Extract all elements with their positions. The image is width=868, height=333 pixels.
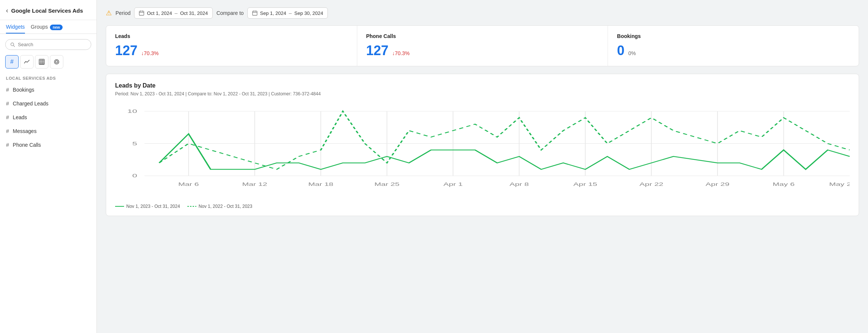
warning-icon: ⚠ (106, 9, 112, 17)
svg-text:0: 0 (132, 173, 137, 178)
metric-value-leads: 127 (115, 43, 137, 58)
metric-card-bookings: Bookings 0 0% (608, 26, 859, 66)
metric-value-row-phone-calls: 127 ↓70.3% (366, 43, 599, 58)
nav-item-charged-leads[interactable]: # Charged Leads (0, 96, 96, 110)
svg-text:10: 10 (127, 108, 137, 114)
metric-change-leads: ↓70.3% (141, 50, 159, 56)
main-content: ⚠ Period Oct 1, 2024 – Oct 31, 2024 Comp… (97, 0, 868, 333)
nav-item-leads[interactable]: # Leads (0, 110, 96, 124)
svg-text:Apr 22: Apr 22 (640, 182, 663, 187)
compare-label: Compare to (216, 10, 244, 16)
period-end: Oct 31, 2024 (180, 10, 208, 16)
line-view-button[interactable] (20, 55, 34, 69)
legend-label-solid: Nov 1, 2023 - Oct 31, 2024 (126, 204, 180, 209)
nav-label-phone-calls: Phone Calls (13, 142, 41, 148)
back-button[interactable]: ‹ (6, 7, 8, 15)
nav-item-messages[interactable]: # Messages (0, 124, 96, 138)
tab-groups[interactable]: Groups new (31, 24, 63, 34)
metric-card-phone-calls: Phone Calls 127 ↓70.3% (357, 26, 608, 66)
svg-point-9 (56, 61, 58, 63)
nav-label-charged-leads: Charged Leads (13, 101, 48, 107)
svg-point-0 (11, 43, 14, 46)
chart-title: Leads by Date (115, 82, 850, 89)
view-icons: # (0, 54, 96, 73)
svg-text:Apr 8: Apr 8 (510, 182, 529, 187)
search-box[interactable] (5, 39, 91, 50)
hash-view-button[interactable]: # (5, 55, 19, 69)
calendar-icon-compare (252, 10, 257, 16)
table-view-button[interactable] (35, 55, 48, 69)
metric-name-phone-calls: Phone Calls (366, 33, 599, 39)
nav-label-messages: Messages (13, 128, 37, 134)
tab-row: Widgets Groups new (0, 20, 96, 34)
legend-label-dashed: Nov 1, 2022 - Oct 31, 2023 (199, 204, 252, 209)
chart-container: 10 5 0 Mar 6 Mar 12 Mar 18 Mar 25 Ap (115, 103, 850, 200)
nav-label-leads: Leads (13, 114, 27, 120)
legend-line-solid (115, 206, 124, 207)
compare-end: Sep 30, 2024 (294, 10, 323, 16)
hash-icon-bookings: # (6, 86, 9, 93)
nav-item-bookings[interactable]: # Bookings (0, 83, 96, 96)
metric-value-row-bookings: 0 0% (617, 43, 850, 58)
svg-text:Mar 6: Mar 6 (178, 182, 199, 187)
svg-text:Apr 15: Apr 15 (573, 182, 597, 187)
nav-label-bookings: Bookings (13, 87, 34, 93)
legend-line-dashed (187, 206, 196, 207)
search-input[interactable] (18, 42, 86, 47)
period-start: Oct 1, 2024 (147, 10, 172, 16)
period-dash: – (175, 10, 178, 16)
compare-date-button[interactable]: Sep 1, 2024 – Sep 30, 2024 (247, 7, 328, 19)
chart-section: Leads by Date Period: Nov 1, 2023 - Oct … (106, 74, 859, 216)
svg-text:Mar 12: Mar 12 (242, 182, 267, 187)
compare-dash: – (289, 10, 292, 16)
svg-line-1 (13, 45, 15, 47)
svg-text:May 6: May 6 (773, 182, 795, 187)
svg-text:May 20: May 20 (829, 182, 850, 187)
chart-svg: 10 5 0 Mar 6 Mar 12 Mar 18 Mar 25 Ap (115, 103, 850, 200)
hash-icon-leads: # (6, 114, 9, 120)
donut-view-button[interactable] (50, 55, 63, 69)
calendar-icon-period (139, 10, 144, 16)
search-icon (10, 42, 15, 47)
badge-new: new (50, 25, 62, 30)
hash-icon-charged-leads: # (6, 100, 9, 107)
sidebar-title: Google Local Services Ads (11, 7, 83, 14)
legend-item-dashed: Nov 1, 2022 - Oct 31, 2023 (187, 204, 252, 209)
metric-change-phone-calls: ↓70.3% (392, 50, 410, 56)
svg-text:5: 5 (132, 141, 137, 146)
metric-value-row-leads: 127 ↓70.3% (115, 43, 348, 58)
svg-text:Apr 1: Apr 1 (443, 182, 463, 187)
svg-text:Apr 29: Apr 29 (706, 182, 729, 187)
svg-rect-10 (139, 11, 144, 15)
chart-legend: Nov 1, 2023 - Oct 31, 2024 Nov 1, 2022 -… (115, 204, 850, 209)
nav-item-phone-calls[interactable]: # Phone Calls (0, 138, 96, 152)
hash-icon-messages: # (6, 128, 9, 134)
sidebar: ‹ Google Local Services Ads Widgets Grou… (0, 0, 97, 333)
metric-name-leads: Leads (115, 33, 348, 39)
metric-value-phone-calls: 127 (366, 43, 389, 58)
hash-icon-phone-calls: # (6, 142, 9, 148)
metric-card-leads: Leads 127 ↓70.3% (106, 26, 357, 66)
metric-change-bookings: 0% (628, 50, 636, 56)
period-label: Period (115, 10, 130, 16)
period-date-button[interactable]: Oct 1, 2024 – Oct 31, 2024 (134, 7, 212, 19)
section-label: LOCAL SERVICES ADS (0, 73, 96, 83)
legend-item-solid: Nov 1, 2023 - Oct 31, 2024 (115, 204, 180, 209)
tab-widgets[interactable]: Widgets (6, 24, 25, 34)
metric-name-bookings: Bookings (617, 33, 850, 39)
svg-point-8 (54, 60, 59, 64)
chart-subtitle: Period: Nov 1, 2023 - Oct 31, 2024 | Com… (115, 91, 850, 96)
metric-cards: Leads 127 ↓70.3% Phone Calls 127 ↓70.3% … (106, 25, 859, 66)
metric-value-bookings: 0 (617, 43, 624, 58)
sidebar-header: ‹ Google Local Services Ads (0, 0, 96, 20)
compare-start: Sep 1, 2024 (260, 10, 286, 16)
period-bar: ⚠ Period Oct 1, 2024 – Oct 31, 2024 Comp… (106, 7, 859, 19)
svg-text:Mar 25: Mar 25 (374, 182, 400, 187)
svg-text:Mar 18: Mar 18 (308, 182, 333, 187)
svg-rect-14 (253, 11, 257, 15)
